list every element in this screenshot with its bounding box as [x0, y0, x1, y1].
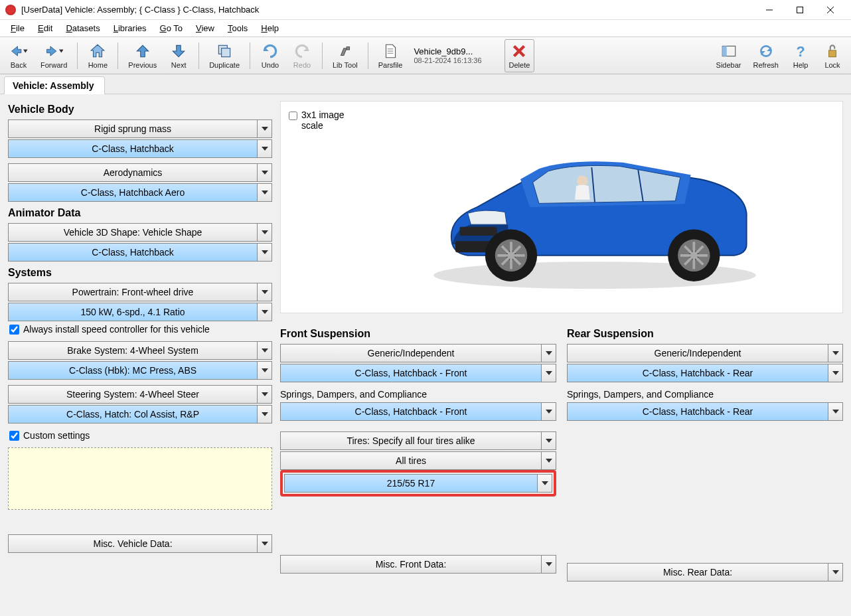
chevron-down-icon[interactable] — [828, 364, 843, 382]
shape-value[interactable]: C-Class, Hatchback — [8, 243, 258, 262]
previous-button[interactable]: Previous — [123, 39, 161, 72]
front-sdc-value[interactable]: C-Class, Hatchback - Front — [280, 402, 542, 421]
content-area: Vehicle Body Rigid sprung mass C-Class, … — [0, 94, 851, 612]
speed-controller-input[interactable] — [9, 325, 19, 335]
tire-size-highlight: 215/55 R17 — [280, 470, 556, 497]
help-button[interactable]: ? Help — [786, 39, 815, 72]
brake-value[interactable]: C-Class (Hbk): MC Press, ABS — [8, 361, 258, 380]
chevron-down-icon[interactable] — [542, 431, 556, 450]
tab-strip: Vehicle: Assembly — [0, 74, 851, 94]
custom-settings-checkbox[interactable]: Custom settings — [9, 430, 272, 441]
chevron-down-icon[interactable] — [828, 402, 843, 421]
custom-settings-textarea[interactable] — [8, 447, 272, 510]
powertrain-value[interactable]: 150 kW, 6-spd., 4.1 Ratio — [8, 303, 258, 321]
steering-select[interactable]: Steering System: 4-Wheel Steer — [8, 385, 258, 404]
misc-vehicle-select[interactable]: Misc. Vehicle Data: — [8, 534, 258, 553]
rear-type-select[interactable]: Generic/Independent — [567, 344, 828, 362]
chevron-down-icon[interactable] — [258, 405, 272, 424]
right-column: 3x1 image scale — [280, 101, 843, 603]
rear-sdc-label: Springs, Dampers, and Compliance — [567, 389, 843, 400]
chevron-down-icon[interactable] — [258, 243, 272, 262]
speed-controller-checkbox[interactable]: Always install speed controller for this… — [9, 324, 272, 335]
forward-button[interactable]: Forward — [36, 39, 72, 72]
titlebar: [UserData] Vehicle: Assembly; { C-Class … — [0, 0, 851, 20]
sidebar-button[interactable]: Sidebar — [712, 39, 746, 72]
front-sdc-label: Springs, Dampers, and Compliance — [280, 389, 556, 400]
chevron-down-icon[interactable] — [538, 474, 552, 493]
home-button[interactable]: Home — [83, 39, 112, 72]
menu-datasets[interactable]: Datasets — [59, 21, 106, 35]
chevron-down-icon[interactable] — [258, 385, 272, 404]
chevron-down-icon[interactable] — [258, 534, 272, 553]
svg-rect-14 — [829, 50, 836, 57]
close-button[interactable] — [815, 0, 846, 20]
refresh-button[interactable]: Refresh — [748, 39, 783, 72]
vehicle-body-title: Vehicle Body — [8, 104, 272, 116]
delete-button[interactable]: Delete — [504, 39, 535, 72]
aero-value[interactable]: C-Class, Hatchback Aero — [8, 183, 258, 202]
rear-value[interactable]: C-Class, Hatchback - Rear — [567, 364, 828, 382]
window-title: [UserData] Vehicle: Assembly; { C-Class … — [21, 5, 754, 15]
menu-tools[interactable]: Tools — [221, 21, 254, 35]
chevron-down-icon[interactable] — [828, 344, 843, 362]
file-date: 08-21-2024 16:13:36 — [414, 56, 481, 64]
chevron-down-icon[interactable] — [542, 364, 556, 382]
menu-file[interactable]: File — [4, 21, 31, 35]
chevron-down-icon[interactable] — [542, 451, 556, 470]
undo-button[interactable]: Undo — [256, 39, 285, 72]
menu-goto[interactable]: Go To — [153, 21, 189, 35]
chevron-down-icon[interactable] — [258, 341, 272, 360]
tab-vehicle-assembly[interactable]: Vehicle: Assembly — [4, 76, 105, 94]
tires-all-select[interactable]: All tires — [280, 451, 542, 470]
chevron-down-icon[interactable] — [258, 361, 272, 380]
chevron-down-icon[interactable] — [542, 344, 556, 362]
scale-input[interactable] — [289, 111, 297, 121]
menu-edit[interactable]: Edit — [31, 21, 59, 35]
menu-help[interactable]: Help — [254, 21, 285, 35]
misc-rear-select[interactable]: Misc. Rear Data: — [567, 563, 828, 581]
svg-rect-1 — [797, 7, 803, 13]
parsfile-button[interactable]: Parsfile — [374, 39, 408, 72]
chevron-down-icon[interactable] — [258, 223, 272, 242]
chevron-down-icon[interactable] — [258, 139, 272, 158]
powertrain-select[interactable]: Powertrain: Front-wheel drive — [8, 283, 258, 301]
file-name: Vehicle_9db9... — [414, 46, 481, 56]
toolbar: Back Forward Home Previous Next Duplicat… — [0, 37, 851, 74]
tire-size-value[interactable]: 215/55 R17 — [284, 474, 538, 493]
libtool-button[interactable]: Lib Tool — [328, 39, 362, 72]
steering-value[interactable]: C-Class, Hatch: Col Assist, R&P — [8, 405, 258, 424]
car-icon — [409, 114, 781, 300]
chevron-down-icon[interactable] — [258, 163, 272, 182]
shape-select[interactable]: Vehicle 3D Shape: Vehicle Shape — [8, 223, 258, 242]
misc-front-select[interactable]: Misc. Front Data: — [280, 555, 542, 574]
chevron-down-icon[interactable] — [258, 303, 272, 321]
tires-mode-select[interactable]: Tires: Specify all four tires alike — [280, 431, 542, 450]
chevron-down-icon[interactable] — [258, 283, 272, 301]
rear-sdc-value[interactable]: C-Class, Hatchback - Rear — [567, 402, 828, 421]
front-value[interactable]: C-Class, Hatchback - Front — [280, 364, 542, 382]
chevron-down-icon[interactable] — [258, 119, 272, 138]
chevron-down-icon[interactable] — [542, 402, 556, 421]
menu-libraries[interactable]: Libraries — [107, 21, 153, 35]
front-type-select[interactable]: Generic/Independent — [280, 344, 542, 362]
custom-settings-input[interactable] — [9, 431, 19, 441]
menu-view[interactable]: View — [189, 21, 221, 35]
back-button[interactable]: Back — [4, 39, 33, 72]
chevron-down-icon[interactable] — [828, 563, 843, 581]
app-icon — [5, 5, 16, 15]
minimize-button[interactable] — [754, 0, 785, 20]
rigid-mass-select[interactable]: Rigid sprung mass — [8, 119, 258, 138]
chevron-down-icon[interactable] — [258, 183, 272, 202]
rigid-mass-value[interactable]: C-Class, Hatchback — [8, 139, 258, 158]
next-button[interactable]: Next — [164, 39, 193, 72]
lock-button[interactable]: Lock — [818, 39, 847, 72]
redo-button[interactable]: Redo — [287, 39, 317, 72]
vehicle-render — [352, 107, 837, 307]
duplicate-button[interactable]: Duplicate — [204, 39, 244, 72]
maximize-button[interactable] — [785, 0, 815, 20]
animator-title: Animator Data — [8, 207, 272, 219]
brake-select[interactable]: Brake System: 4-Wheel System — [8, 341, 258, 360]
aero-select[interactable]: Aerodynamics — [8, 163, 258, 182]
chevron-down-icon[interactable] — [542, 555, 556, 574]
scale-checkbox[interactable]: 3x1 image scale — [286, 107, 352, 307]
